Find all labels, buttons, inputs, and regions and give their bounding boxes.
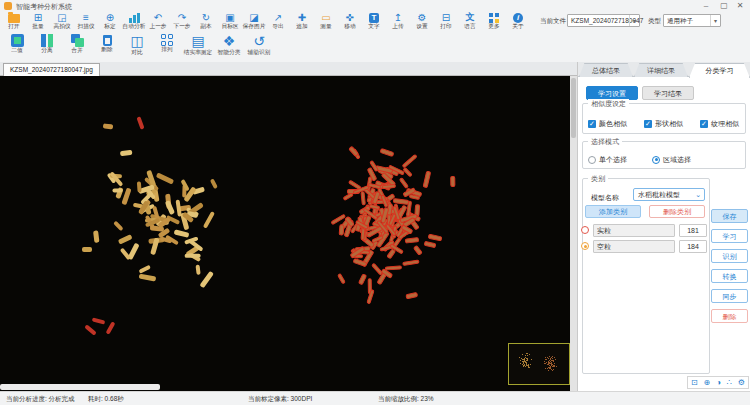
model-name-select[interactable]: 水稻秕粒模型 ⌄ [633, 188, 705, 201]
seed[interactable] [139, 264, 151, 273]
category-marker-icon[interactable] [581, 242, 589, 250]
seed[interactable] [137, 181, 141, 192]
seed[interactable] [112, 188, 122, 192]
toolbar-button-text[interactable]: T文字 [362, 12, 386, 31]
toolbar-button-save-image[interactable]: ◪保存图片 [242, 12, 266, 31]
fit-screen-icon[interactable]: ⊡ [691, 377, 698, 388]
seed[interactable] [337, 273, 346, 285]
toolbar-button-auto-analyze-chart[interactable]: 自动分析 [122, 12, 146, 31]
category-name-input[interactable]: 空粒 [593, 240, 675, 253]
seed[interactable] [103, 124, 114, 130]
toolbar-button-about-info[interactable]: i关于 [506, 12, 530, 31]
学习-button[interactable]: 学习 [711, 229, 748, 243]
chevron-down-icon[interactable]: ▾ [710, 15, 720, 26]
edit-button-seed-rate-book[interactable]: ▤结实率测定 [182, 33, 214, 60]
seed[interactable] [380, 148, 395, 157]
toolbar-button-duplicate-refresh[interactable]: ↻副本 [194, 12, 218, 31]
seed[interactable] [155, 172, 173, 184]
tab-分类学习[interactable]: 分类学习 [689, 63, 750, 78]
seed[interactable] [211, 179, 219, 190]
toolbar-button-upload[interactable]: ↥上传 [386, 12, 410, 31]
add-category-button[interactable]: 添加类别 [585, 205, 641, 218]
seed[interactable] [402, 153, 418, 168]
radio-区域选择[interactable]: 区域选择 [652, 150, 691, 168]
seed-red[interactable] [92, 317, 106, 324]
seed[interactable] [180, 179, 189, 191]
locate-icon[interactable]: ⊕ [704, 377, 711, 388]
radio-单个选择[interactable]: 单个选择 [588, 150, 627, 168]
seed[interactable] [203, 211, 215, 229]
minimap-overview[interactable] [508, 343, 570, 385]
edit-button-binary[interactable]: 二值 [2, 33, 32, 60]
image-tab[interactable]: KZSM_20240727180047.jpg [3, 63, 100, 76]
edit-button-smart-classify[interactable]: ❖智能分类 [214, 33, 244, 60]
toolbar-button-language[interactable]: 文语言 [458, 12, 482, 31]
edit-button-merge[interactable]: 合并 [62, 33, 92, 60]
delete-category-button[interactable]: 删除类别 [649, 205, 705, 218]
seed[interactable] [118, 234, 133, 244]
scatter-icon[interactable]: ∴ [727, 377, 732, 388]
seed[interactable] [422, 171, 431, 189]
seed[interactable] [122, 188, 132, 206]
toolbar-button-calibrate-target[interactable]: ⊕标定 [98, 12, 122, 31]
edit-button-arrange-grid[interactable]: 排列 [152, 33, 182, 60]
seed[interactable] [199, 271, 213, 288]
seed-red[interactable] [136, 116, 144, 130]
seed[interactable] [405, 292, 418, 300]
seed-red[interactable] [84, 324, 97, 335]
checkbox-颜色相似[interactable]: ✓颜色相似 [588, 114, 627, 132]
minimize-button[interactable]: – [698, 1, 714, 11]
toolbar-button-doc-camera[interactable]: ◲高拍仪 [50, 12, 74, 31]
toolbar-button-undo-arrow[interactable]: ↶上一步 [146, 12, 170, 31]
toolbar-button-redo-arrow[interactable]: ↷下一步 [170, 12, 194, 31]
seed[interactable] [139, 274, 156, 281]
chevron-down-icon[interactable]: ▾ [629, 15, 639, 26]
seed[interactable] [360, 191, 366, 205]
seed[interactable] [381, 183, 395, 189]
toolbar-button-move-cross[interactable]: ✜移动 [338, 12, 362, 31]
current-file-select[interactable]: KZSM_20240727180047 ▾ [567, 14, 640, 27]
image-canvas[interactable] [0, 76, 570, 391]
category-marker-icon[interactable] [581, 226, 589, 234]
seed[interactable] [113, 220, 123, 230]
checkbox-形状相似[interactable]: ✓形状相似 [644, 114, 683, 132]
toolbar-button-target-region[interactable]: ▣目标区 [218, 12, 242, 31]
seed-red[interactable] [106, 321, 116, 334]
seed[interactable] [165, 200, 175, 215]
horizontal-scrollbar-thumb[interactable] [0, 384, 160, 390]
toolbar-button-settings-gear[interactable]: ⚙设置 [410, 12, 434, 31]
转换-button[interactable]: 转换 [711, 269, 748, 283]
seed[interactable] [424, 241, 437, 249]
edit-button-delete-trash[interactable]: 删除 [92, 33, 122, 60]
seed[interactable] [405, 238, 419, 244]
seed[interactable] [196, 264, 201, 275]
vertical-scrollbar[interactable] [570, 76, 577, 391]
toolbar-button-scanner[interactable]: ≡扫描仪 [74, 12, 98, 31]
seed[interactable] [82, 247, 92, 252]
seed[interactable] [401, 260, 419, 266]
toolbar-button-batch[interactable]: ⊞批量 [26, 12, 50, 31]
tab-总体结果[interactable]: 总体结果 [579, 63, 633, 77]
识别-button[interactable]: 识别 [711, 249, 748, 263]
view-settings-icon[interactable]: ⚙ [738, 377, 745, 388]
seed[interactable] [450, 176, 456, 187]
seed[interactable] [399, 177, 409, 189]
toolbar-button-printer[interactable]: ⊟打印 [434, 12, 458, 31]
seed[interactable] [338, 224, 344, 235]
category-name-input[interactable]: 实粒 [593, 224, 675, 237]
edit-button-split[interactable]: 分离 [32, 33, 62, 60]
toolbar-button-append-plus[interactable]: ✚追加 [290, 12, 314, 31]
edit-button-assist-recognize[interactable]: ↺辅助识别 [244, 33, 274, 60]
edit-button-compare[interactable]: ◫对比 [122, 33, 152, 60]
删除-button[interactable]: 删除 [711, 309, 748, 323]
toolbar-button-more-grid[interactable]: 更多 [482, 12, 506, 31]
subtab-学习设置[interactable]: 学习设置 [586, 86, 638, 100]
seed[interactable] [92, 231, 99, 244]
close-button[interactable]: ✕ [732, 1, 748, 11]
tab-详细结果[interactable]: 详细结果 [634, 63, 688, 77]
保存-button[interactable]: 保存 [711, 209, 748, 223]
vertical-scrollbar-thumb[interactable] [571, 78, 576, 138]
subtab-学习结果[interactable]: 学习结果 [642, 86, 694, 100]
toolbar-button-measure-ruler[interactable]: ▭测量 [314, 12, 338, 31]
seed[interactable] [358, 274, 367, 286]
